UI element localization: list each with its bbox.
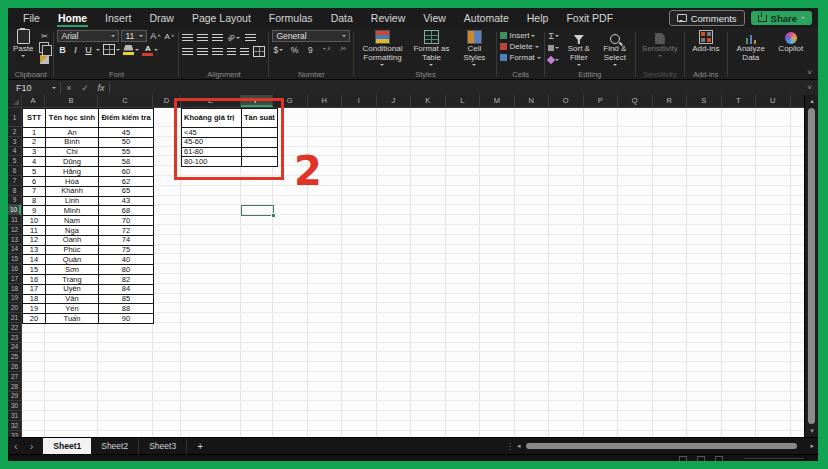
align-right-icon[interactable]	[212, 48, 223, 56]
page-layout-view-icon[interactable]	[697, 456, 705, 461]
align-middle-icon[interactable]	[197, 34, 208, 42]
cell[interactable]: 50	[99, 137, 154, 147]
column-header-M[interactable]: M	[480, 95, 515, 107]
comments-button[interactable]: Comments	[669, 10, 745, 26]
vertical-scrollbar-thumb[interactable]	[808, 108, 815, 424]
percent-style-button[interactable]: %	[288, 44, 300, 55]
select-all-corner[interactable]	[8, 95, 22, 108]
score-header-cell[interactable]: Điểm kiểm tra	[99, 109, 154, 128]
menu-tab-data[interactable]: Data	[322, 8, 362, 28]
scroll-right-icon[interactable]: ▸	[810, 442, 814, 450]
cell[interactable]: 1	[23, 128, 46, 138]
menu-tab-file[interactable]: File	[14, 8, 49, 28]
cut-button[interactable]: ✂	[38, 30, 50, 41]
cell[interactable]: 62	[99, 176, 154, 186]
prev-sheet-icon[interactable]: ‹	[8, 439, 24, 454]
cell[interactable]: Uyên	[46, 284, 99, 294]
zoom-slider[interactable]	[744, 458, 804, 459]
column-header-O[interactable]: O	[549, 95, 584, 107]
column-header-T[interactable]: T	[722, 95, 757, 107]
cell[interactable]: Chi	[46, 147, 99, 157]
cell[interactable]: 9	[23, 206, 46, 216]
cell[interactable]: 88	[99, 304, 154, 314]
font-name-combobox[interactable]: Arial	[57, 30, 119, 42]
row-header-1[interactable]: 1	[8, 108, 21, 127]
comma-style-button[interactable]: 9	[304, 44, 316, 55]
copilot-button[interactable]: Copilot	[773, 30, 809, 55]
font-color-button[interactable]: A	[142, 44, 158, 55]
cell[interactable]: 16	[23, 274, 46, 284]
row-header-19[interactable]: 19	[8, 294, 21, 304]
row-header-30[interactable]: 30	[8, 401, 21, 411]
normal-view-icon[interactable]	[679, 456, 687, 461]
row-header-21[interactable]: 21	[8, 313, 21, 323]
cell[interactable]: 4	[23, 157, 46, 167]
cell[interactable]: 84	[99, 284, 154, 294]
cell[interactable]: 10	[23, 216, 46, 226]
cell[interactable]: 17	[23, 284, 46, 294]
row-header-15[interactable]: 15	[8, 254, 21, 264]
formula-input[interactable]	[110, 80, 807, 95]
menu-tab-page-layout[interactable]: Page Layout	[183, 8, 260, 28]
cell[interactable]: Hòa	[46, 176, 99, 186]
column-header-C[interactable]: C	[98, 95, 153, 107]
row-header-6[interactable]: 6	[8, 166, 21, 176]
row-header-13[interactable]: 13	[8, 235, 21, 245]
row-header-3[interactable]: 3	[8, 137, 21, 147]
cell[interactable]: 55	[99, 147, 154, 157]
row-header-10[interactable]: 10	[8, 205, 21, 215]
cell[interactable]: Dũng	[46, 157, 99, 167]
cell[interactable]: 65	[99, 186, 154, 196]
menu-tab-draw[interactable]: Draw	[140, 8, 183, 28]
cell[interactable]: Bình	[46, 137, 99, 147]
menu-tab-insert[interactable]: Insert	[96, 8, 140, 28]
row-header-31[interactable]: 31	[8, 411, 21, 421]
cell[interactable]: 75	[99, 245, 154, 255]
cell[interactable]: 5	[23, 167, 46, 177]
add-sheet-button[interactable]: +	[187, 441, 213, 452]
cell[interactable]: 13	[23, 245, 46, 255]
cell[interactable]: 60	[99, 167, 154, 177]
align-center-icon[interactable]	[197, 48, 208, 56]
score-header-cell[interactable]: Tên học sinh	[46, 109, 99, 128]
column-header-I[interactable]: I	[342, 95, 377, 107]
format-as-table-button[interactable]: Format as Table	[409, 30, 453, 67]
column-header-J[interactable]: J	[377, 95, 412, 107]
row-header-16[interactable]: 16	[8, 264, 21, 274]
cell[interactable]: Minh	[46, 206, 99, 216]
cell[interactable]: 11	[23, 225, 46, 235]
sheet-tab-sheet3[interactable]: Sheet3	[139, 438, 187, 454]
cell[interactable]: 19	[23, 304, 46, 314]
row-header-14[interactable]: 14	[8, 245, 21, 255]
row-header-29[interactable]: 29	[8, 392, 21, 402]
sort-filter-button[interactable]: Sort & Filter	[562, 30, 596, 67]
increase-decimal-button[interactable]: ⁺·⁰	[320, 44, 332, 55]
column-header-L[interactable]: L	[446, 95, 481, 107]
align-top-icon[interactable]	[182, 34, 193, 42]
menu-tab-help[interactable]: Help	[518, 8, 558, 28]
grow-font-button[interactable]: A˄	[149, 31, 161, 42]
cell[interactable]: Phúc	[46, 245, 99, 255]
insert-function-button[interactable]: fx	[93, 83, 109, 93]
cell[interactable]: 3	[23, 147, 46, 157]
row-header-24[interactable]: 24	[8, 343, 21, 353]
row-header-27[interactable]: 27	[8, 372, 21, 382]
cell[interactable]: 7	[23, 186, 46, 196]
sensitivity-button[interactable]: Sensitivity	[639, 30, 681, 58]
row-header-2[interactable]: 2	[8, 127, 21, 137]
format-cells-button[interactable]: Format	[500, 52, 540, 63]
row-header-7[interactable]: 7	[8, 176, 21, 186]
number-format-combobox[interactable]: General	[272, 30, 350, 42]
orientation-button[interactable]: ab	[227, 32, 240, 43]
cell[interactable]: 2	[23, 137, 46, 147]
find-select-button[interactable]: Find & Select	[598, 30, 632, 67]
menu-tab-formulas[interactable]: Formulas	[260, 8, 322, 28]
cell[interactable]: Nga	[46, 225, 99, 235]
horizontal-scrollbar-thumb[interactable]	[526, 443, 798, 449]
copy-button[interactable]	[38, 42, 50, 53]
column-header-Q[interactable]: Q	[618, 95, 653, 107]
horizontal-scrollbar[interactable]: ⋮ ◂ ▸	[506, 442, 814, 450]
cancel-entry-icon[interactable]: ×	[61, 83, 77, 93]
cell[interactable]: 80	[99, 265, 154, 275]
cell[interactable]: 45	[99, 128, 154, 138]
